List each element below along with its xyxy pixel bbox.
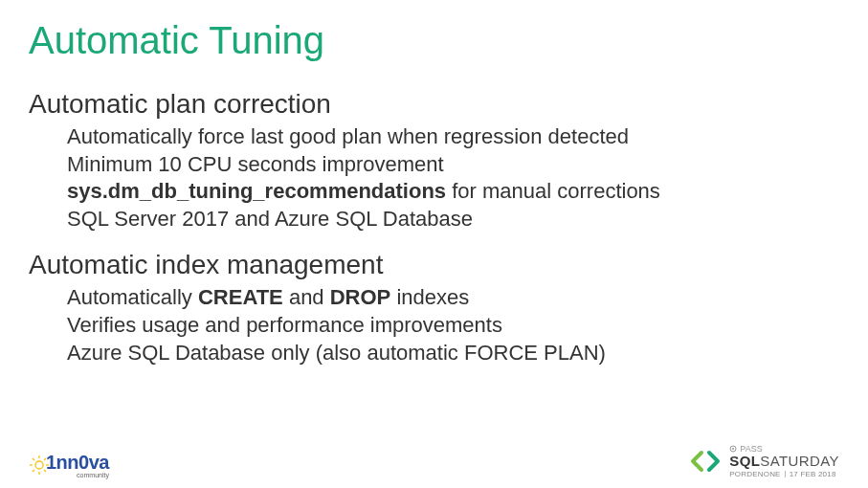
event-date: 17 FEB 2018 (790, 470, 836, 478)
svg-line-8 (33, 470, 34, 472)
bullet-item: Automatically CREATE and DROP indexes (67, 284, 839, 312)
angle-brackets-icon (689, 449, 722, 474)
svg-line-7 (44, 458, 46, 460)
bullet-item: Automatically force last good plan when … (67, 123, 839, 151)
logo-text-block: 1nn0va community (46, 452, 109, 478)
section-plan-correction: Automatic plan correction Automatically … (29, 89, 839, 233)
svg-line-6 (44, 470, 46, 472)
event-line: PORDENONE 17 FEB 2018 (729, 470, 839, 478)
bullet-item: Minimum 10 CPU seconds improvement (67, 151, 839, 179)
svg-line-5 (33, 458, 34, 460)
bullet-item: Verifies usage and performance improveme… (67, 312, 839, 340)
svg-point-10 (732, 448, 734, 450)
logo-subtext: community (46, 472, 109, 478)
section-heading: Automatic plan correction (29, 89, 839, 120)
event-city: PORDENONE (729, 470, 780, 478)
bullet-list: Automatically force last good plan when … (67, 123, 839, 233)
section-heading: Automatic index management (29, 250, 839, 280)
bullet-item: SQL Server 2017 and Azure SQL Database (67, 206, 839, 233)
bullet-item: Azure SQL Database only (also automatic … (67, 340, 839, 367)
footer: 1nn0va community PASS SQLSATURD (0, 434, 868, 478)
sqlsat-text-block: PASS SQLSATURDAY PORDENONE 17 FEB 2018 (729, 444, 839, 478)
logo-innova: 1nn0va community (29, 452, 109, 478)
logo-sqlsaturday: PASS SQLSATURDAY PORDENONE 17 FEB 2018 (689, 444, 839, 478)
pass-icon (729, 445, 737, 453)
slide: Automatic Tuning Automatic plan correcti… (0, 0, 868, 488)
sun-icon (29, 455, 50, 476)
logo-brand-text: 1nn0va (46, 452, 109, 473)
sqlsat-title: SQLSATURDAY (729, 454, 839, 468)
divider-icon (785, 471, 786, 477)
slide-title: Automatic Tuning (29, 19, 839, 62)
bullet-item: sys.dm_db_tuning_recommendations for man… (67, 178, 839, 206)
section-index-management: Automatic index management Automatically… (29, 250, 839, 366)
bullet-list: Automatically CREATE and DROP indexes Ve… (67, 284, 839, 366)
svg-point-0 (35, 461, 43, 469)
